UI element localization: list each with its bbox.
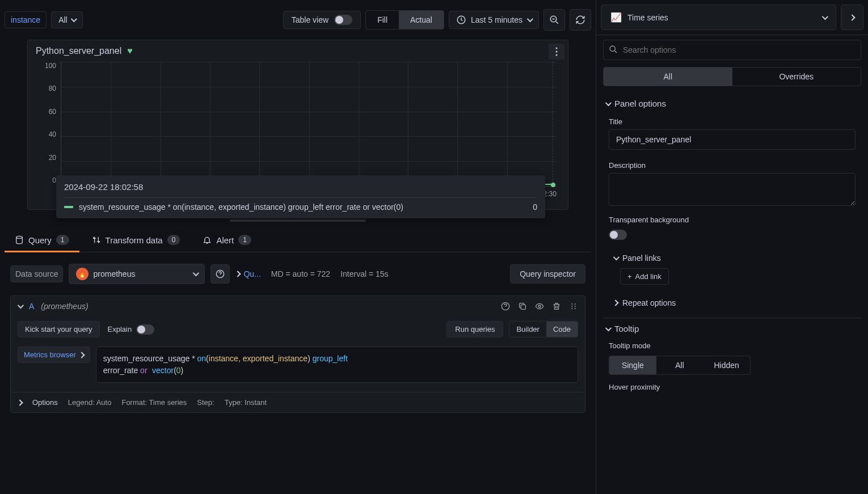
panel-menu-button[interactable]: [549, 44, 564, 60]
transparent-label: Transparent background: [603, 216, 861, 224]
tooltip-timestamp: 2024-09-22 18:02:58: [64, 182, 537, 198]
overrides-tab[interactable]: Overrides: [732, 67, 861, 86]
svg-point-14: [575, 306, 576, 307]
explain-toggle[interactable]: Explain: [108, 324, 155, 335]
viz-picker[interactable]: 📈 Time series: [601, 5, 836, 30]
chevron-down-icon: [613, 254, 620, 260]
svg-point-5: [16, 236, 23, 238]
query-editor: A (prometheus) Kick start your query Exp…: [10, 295, 585, 413]
refresh-button[interactable]: [570, 9, 591, 31]
help-button[interactable]: [210, 264, 230, 284]
eye-icon[interactable]: [535, 302, 544, 311]
database-icon: [15, 235, 24, 244]
time-range-label: Last 5 minutes: [471, 15, 523, 24]
toggle-switch[interactable]: [136, 324, 154, 335]
transform-icon: [92, 235, 101, 244]
tooltip-mode-segment: Single All Hidden: [609, 356, 751, 375]
actual-button[interactable]: Actual: [399, 11, 444, 29]
svg-point-10: [571, 303, 572, 305]
sidebar-collapse-button[interactable]: [841, 5, 863, 30]
drag-handle-icon[interactable]: [569, 302, 578, 311]
query-code-editor[interactable]: system_resource_usage * on(instance, exp…: [96, 347, 578, 383]
search-options-input[interactable]: [603, 40, 861, 60]
plot[interactable]: [61, 62, 557, 187]
data-source-label: Data source: [10, 265, 63, 282]
fill-button[interactable]: Fill: [366, 11, 399, 29]
options-sidebar: 📈 Time series All Overrides Panel option…: [596, 0, 868, 494]
query-inspector-button[interactable]: Query inspector: [510, 264, 585, 284]
tab-alert[interactable]: Alert 1: [192, 228, 262, 252]
refresh-icon: [575, 15, 585, 25]
svg-point-2: [556, 48, 558, 49]
chevron-down-icon: [605, 99, 612, 105]
svg-point-11: [571, 306, 572, 307]
variable-value-select[interactable]: All: [51, 11, 83, 28]
bell-icon: [203, 235, 212, 244]
tab-label: Query: [28, 235, 52, 245]
tooltip-mode-label: Tooltip mode: [603, 339, 861, 352]
code-button[interactable]: Code: [546, 322, 578, 337]
toolbar: instance All Table view Fill Actual Last…: [5, 5, 591, 35]
all-overrides-segment: All Overrides: [603, 67, 861, 86]
tab-transform[interactable]: Transform data 0: [82, 228, 191, 252]
query-row-actions: [501, 302, 578, 311]
trash-icon[interactable]: [552, 302, 561, 311]
builder-button[interactable]: Builder: [509, 322, 546, 337]
title-input[interactable]: [609, 129, 856, 150]
tooltip-value: 0: [533, 202, 537, 212]
tab-query[interactable]: Query 1: [5, 228, 79, 252]
plus-icon: +: [627, 272, 632, 281]
tab-badge: 0: [167, 235, 180, 245]
kick-start-button[interactable]: Kick start your query: [18, 321, 100, 337]
section-tooltip[interactable]: Tooltip: [603, 318, 861, 339]
collapse-icon[interactable]: [18, 302, 24, 309]
table-view-toggle[interactable]: Table view: [283, 11, 361, 29]
mode-single[interactable]: Single: [609, 356, 656, 374]
description-input[interactable]: [609, 173, 856, 206]
section-label: Panel options: [614, 99, 666, 108]
chevron-right-icon[interactable]: [16, 399, 23, 406]
heart-icon: ♥: [127, 46, 133, 56]
options-label[interactable]: Options: [32, 398, 58, 407]
y-tick: 20: [39, 154, 56, 162]
data-source-select[interactable]: 🔥 prometheus: [69, 264, 205, 284]
metrics-browser-button[interactable]: Metrics browser: [18, 347, 90, 363]
svg-point-12: [571, 308, 572, 309]
panel-header: Python_server_panel ♥: [28, 40, 568, 62]
time-range-picker[interactable]: Last 5 minutes: [449, 11, 539, 29]
zoom-out-icon: [549, 15, 559, 25]
run-queries-button[interactable]: Run queries: [446, 321, 503, 337]
svg-point-15: [575, 308, 576, 309]
hover-proximity-label: Hover proximity: [603, 375, 861, 392]
mode-all[interactable]: All: [656, 356, 703, 374]
all-tab[interactable]: All: [604, 67, 732, 86]
y-tick: 60: [39, 108, 56, 116]
panel-resizer[interactable]: [27, 218, 568, 223]
tab-badge: 1: [56, 235, 69, 245]
format-info: Format: Time series: [121, 398, 187, 407]
panel-title: Python_server_panel: [36, 46, 121, 56]
mode-hidden[interactable]: Hidden: [703, 356, 750, 374]
section-panel-options[interactable]: Panel options: [603, 93, 861, 114]
zoom-out-button[interactable]: [543, 9, 565, 31]
resize-handle[interactable]: [230, 219, 366, 222]
legend-info: Legend: Auto: [68, 398, 112, 407]
help-icon[interactable]: [501, 302, 510, 311]
section-repeat-options[interactable]: Repeat options: [603, 293, 861, 313]
y-tick: 100: [39, 62, 56, 70]
bottom-tabs: Query 1 Transform data 0 Alert 1: [5, 228, 591, 252]
fill-actual-segment: Fill Actual: [365, 10, 444, 29]
timeseries-icon: 📈: [610, 12, 622, 23]
copy-icon[interactable]: [518, 302, 527, 311]
query-options-expand[interactable]: Qu...: [235, 269, 260, 278]
transparent-toggle[interactable]: [609, 230, 627, 240]
toggle-switch[interactable]: [334, 15, 352, 25]
series-swatch: [64, 206, 73, 208]
section-label: Panel links: [622, 254, 661, 263]
section-panel-links[interactable]: Panel links: [603, 248, 861, 268]
chevron-right-icon: [612, 299, 618, 306]
query-row-id[interactable]: A: [29, 302, 34, 311]
md-info: MD = auto = 722: [271, 269, 330, 278]
variable-link[interactable]: instance: [5, 11, 47, 28]
add-link-button[interactable]: + Add link: [620, 268, 669, 285]
